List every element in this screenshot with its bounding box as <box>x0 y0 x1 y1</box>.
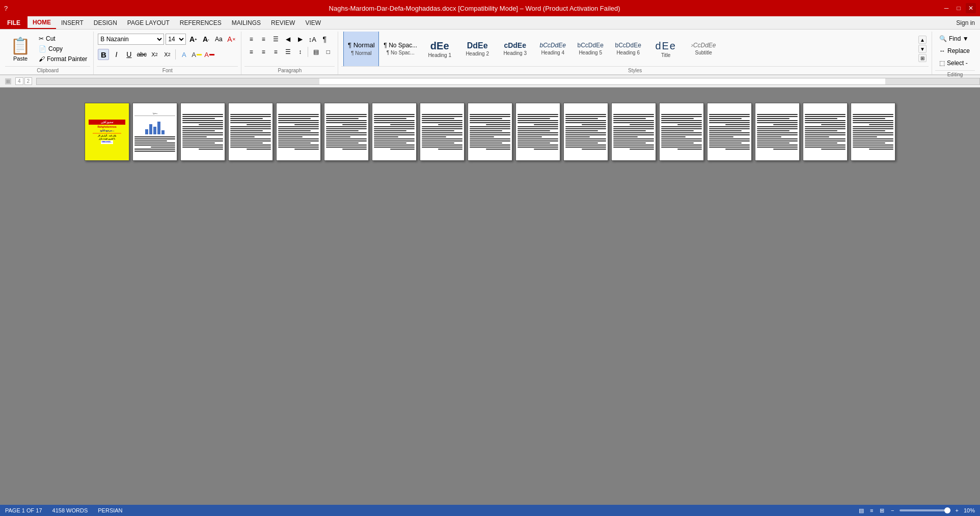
style-title[interactable]: dЕe Title <box>648 32 684 66</box>
page-thumb[interactable] <box>180 103 225 161</box>
design-menu[interactable]: DESIGN <box>89 16 122 29</box>
ruler-marks: 4 2 <box>15 77 32 85</box>
borders-button[interactable]: □ <box>322 46 334 58</box>
align-left-button[interactable]: ≡ <box>246 46 257 58</box>
insert-menu[interactable]: INSERT <box>56 16 89 29</box>
font-color-button[interactable]: A <box>204 49 215 60</box>
maximize-button[interactable]: □ <box>954 3 964 13</box>
replace-button[interactable]: ↔ Replace <box>936 46 973 56</box>
italic-button[interactable]: I <box>111 49 122 60</box>
format-painter-button[interactable]: 🖌 Format Painter <box>37 54 89 64</box>
paste-button[interactable]: 📋 Paste <box>6 34 35 64</box>
sign-in-link[interactable]: Sign in <box>951 16 980 29</box>
page-thumb[interactable] <box>276 103 321 161</box>
style-heading2[interactable]: DdEe Heading 2 <box>459 32 495 66</box>
word-count: 4158 WORDS <box>52 507 88 513</box>
change-case-button[interactable]: Aa <box>213 34 224 45</box>
styles-scroll-down[interactable]: ▼ <box>918 45 927 53</box>
page-thumb[interactable] <box>563 103 608 161</box>
grow-font-button[interactable]: A+ <box>187 34 199 45</box>
home-menu[interactable]: HOME <box>28 16 56 29</box>
page-thumb[interactable] <box>468 103 512 161</box>
page-thumb[interactable] <box>851 103 895 161</box>
zoom-slider[interactable] <box>900 509 950 511</box>
clear-format-button[interactable]: A✕ <box>226 34 237 45</box>
style-heading5-label: Heading 5 <box>579 50 602 55</box>
page-layout-menu[interactable]: PAGE LAYOUT <box>122 16 175 29</box>
font-name-select[interactable]: B Nazanin <box>98 34 164 45</box>
page-thumb[interactable] <box>707 103 752 161</box>
help-icon[interactable]: ? <box>4 5 8 12</box>
minimize-button[interactable]: ─ <box>941 3 951 13</box>
style-heading4[interactable]: bCcDdEe Heading 4 <box>535 32 570 66</box>
increase-indent-button[interactable]: ▶ <box>294 34 306 45</box>
show-hide-button[interactable]: ¶ <box>319 34 330 45</box>
bullets-button[interactable]: ≡ <box>246 34 257 45</box>
bold-button[interactable]: B <box>98 49 109 60</box>
styles-scroll: ¶ Normal ¶ Normal ¶ No Spac... ¶ No Spac… <box>343 32 917 66</box>
page-thumb[interactable] <box>324 103 369 161</box>
references-menu[interactable]: REFERENCES <box>175 16 227 29</box>
style-subtitle-label: Subtitle <box>695 50 712 55</box>
style-heading6[interactable]: bCcDdEe Heading 6 <box>610 32 646 66</box>
view-menu[interactable]: VIEW <box>300 16 326 29</box>
style-normal[interactable]: ¶ Normal ¶ Normal <box>343 32 379 66</box>
decrease-indent-button[interactable]: ◀ <box>282 34 293 45</box>
shrink-font-button[interactable]: A- <box>200 34 211 45</box>
page-thumb[interactable] <box>228 103 273 161</box>
style-heading1[interactable]: dEe Heading 1 <box>422 32 457 66</box>
file-menu[interactable]: FILE <box>0 16 28 29</box>
align-center-button[interactable]: ≡ <box>258 46 269 58</box>
style-heading3-preview: cDdEe <box>504 42 526 49</box>
page-thumb[interactable] <box>803 103 848 161</box>
read-mode-icon[interactable]: ≡ <box>867 506 876 514</box>
page-thumb[interactable] <box>611 103 656 161</box>
numbering-button[interactable]: ≡ <box>258 34 269 45</box>
page-thumb[interactable] <box>659 103 704 161</box>
language-indicator: PERSIAN <box>98 507 122 513</box>
cut-icon: ✂ <box>39 35 44 42</box>
copy-button[interactable]: 📄 Copy <box>37 44 89 53</box>
style-heading5[interactable]: bCcDdEe Heading 5 <box>573 32 608 66</box>
highlight-button[interactable]: A <box>191 49 202 60</box>
style-no-spacing[interactable]: ¶ No Spac... ¶ No Spac... <box>381 32 420 66</box>
page-thumb[interactable] <box>515 103 560 161</box>
mailings-menu[interactable]: MAILINGS <box>227 16 266 29</box>
ruler-corner[interactable]: ⊞ <box>5 78 11 84</box>
find-button[interactable]: 🔍 Find ▼ <box>936 34 972 44</box>
styles-expand[interactable]: ⊞ <box>918 54 927 62</box>
select-button[interactable]: ⬚ Select - <box>936 58 971 68</box>
zoom-in-button[interactable]: + <box>956 507 959 513</box>
editing-group: 🔍 Find ▼ ↔ Replace ⬚ Select - Editing <box>932 32 978 74</box>
style-title-label: Title <box>661 52 671 58</box>
superscript-button[interactable]: X2 <box>161 49 173 60</box>
style-subtitle[interactable]: ›CcDdEe Subtitle <box>686 32 721 66</box>
page-thumb[interactable]: تحقیق آنلاین Rahgholamreza مرجع دانلود..… <box>85 103 129 161</box>
print-layout-icon[interactable]: ▤ <box>857 506 865 514</box>
page-thumb[interactable] <box>420 103 465 161</box>
font-size-select[interactable]: 14 <box>166 34 186 45</box>
page-thumb[interactable] <box>755 103 800 161</box>
sort-button[interactable]: ↕A <box>307 34 318 45</box>
strikethrough-button[interactable]: abc <box>136 49 147 60</box>
align-right-button[interactable]: ≡ <box>270 46 281 58</box>
style-heading3[interactable]: cDdEe Heading 3 <box>497 32 533 66</box>
page-thumb[interactable]: محتوا <box>132 103 177 161</box>
style-heading4-preview: bCcDdEe <box>539 42 565 49</box>
multi-level-button[interactable]: ☰ <box>270 34 281 45</box>
shading-button[interactable]: ▤ <box>310 46 321 58</box>
styles-scroll-up[interactable]: ▲ <box>918 36 927 44</box>
close-button[interactable]: ✕ <box>966 3 976 13</box>
line-spacing-button[interactable]: ↕ <box>294 46 306 58</box>
text-effects-button[interactable]: A <box>178 49 189 60</box>
justify-button[interactable]: ☰ <box>282 46 293 58</box>
cut-button[interactable]: ✂ Cut <box>37 34 89 43</box>
zoom-out-button[interactable]: − <box>891 507 894 513</box>
review-menu[interactable]: REVIEW <box>266 16 300 29</box>
page-thumb[interactable] <box>372 103 417 161</box>
style-title-preview: dЕe <box>655 40 676 51</box>
subscript-button[interactable]: X2 <box>149 49 160 60</box>
underline-button[interactable]: U <box>123 49 134 60</box>
web-layout-icon[interactable]: ⊞ <box>878 506 886 514</box>
style-heading1-label: Heading 1 <box>428 52 451 58</box>
